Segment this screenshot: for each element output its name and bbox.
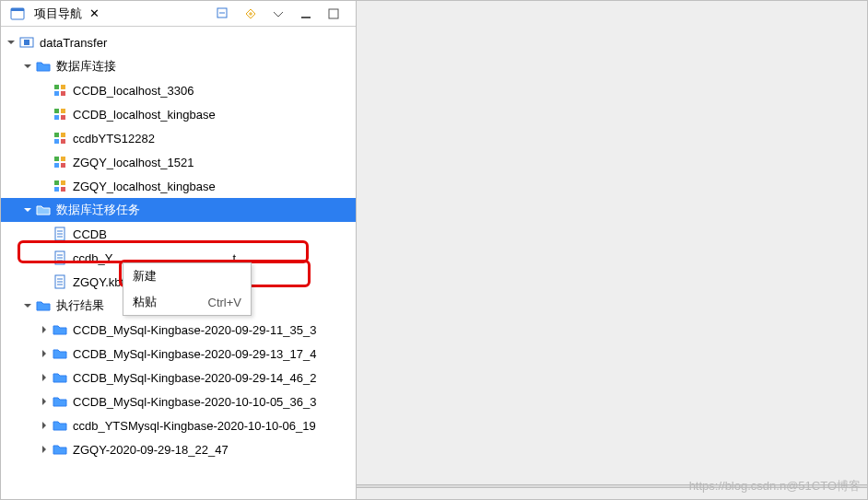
node-label: CCDB_MySql-Kingbase-2020-09-29-11_35_3: [73, 323, 317, 337]
file-icon: [53, 274, 67, 289]
db-conn-icon: [53, 155, 67, 169]
tree-node-task[interactable]: CCDB_: [1, 222, 356, 246]
file-icon: [53, 250, 67, 265]
chevron-right-icon[interactable]: [38, 347, 51, 360]
chevron-right-icon[interactable]: [38, 323, 51, 336]
folder-icon: [53, 346, 67, 361]
svg-rect-8: [54, 85, 59, 89]
svg-rect-10: [54, 91, 59, 96]
node-label: dataTransfer: [40, 36, 107, 50]
chevron-right-icon[interactable]: [38, 395, 51, 408]
chevron-right-icon[interactable]: [38, 371, 51, 384]
close-icon[interactable]: ✕: [89, 6, 100, 20]
node-label: CCDB_localhost_kingbase: [73, 108, 216, 122]
view-menu-icon[interactable]: [271, 6, 286, 21]
tree-node-task-folder[interactable]: 数据库迁移任务: [1, 198, 356, 222]
svg-rect-25: [61, 180, 65, 185]
db-conn-icon: [53, 107, 67, 122]
svg-rect-20: [54, 157, 59, 161]
svg-rect-26: [54, 187, 59, 192]
svg-rect-17: [61, 133, 65, 137]
node-label: ZGQY_localhost_kingbase: [73, 180, 216, 193]
svg-rect-4: [301, 17, 311, 18]
tab-title: 项目导航: [34, 6, 82, 22]
tree-node-root[interactable]: dataTransfer: [1, 30, 356, 54]
menu-item-paste[interactable]: 粘贴 Ctrl+V: [123, 289, 251, 315]
menu-shortcut: Ctrl+V: [208, 296, 241, 309]
node-label: ccdb_YTSMysql-Kingbase-2020-10-10-06_19: [73, 419, 316, 433]
folder-icon: [53, 394, 67, 409]
node-label: CCDB_MySql-Kingbase-2020-09-29-13_17_4: [73, 347, 317, 361]
tree-node-result[interactable]: CCDB_MySql-Kingbase-2020-09-29-14_46_2: [1, 366, 356, 390]
panel-divider[interactable]: [357, 484, 867, 488]
node-label: ZGQY.kbt: [73, 275, 124, 289]
chevron-down-icon[interactable]: [21, 60, 34, 73]
maximize-icon[interactable]: [326, 6, 341, 21]
db-conn-icon: [53, 131, 67, 145]
menu-label: 新建: [133, 268, 157, 285]
svg-rect-27: [61, 187, 65, 192]
project-navigator-panel: 项目导航 ✕ dataTransfer: [0, 0, 357, 500]
tree-node-connection[interactable]: ZGQY_localhost_1521: [1, 150, 356, 174]
folder-icon: [53, 442, 67, 457]
svg-rect-11: [61, 91, 65, 96]
svg-rect-1: [11, 8, 24, 11]
menu-item-new[interactable]: 新建: [123, 263, 251, 289]
node-label: CCDB_MySql-Kingbase-2020-09-29-14_46_2: [73, 371, 317, 385]
menu-label: 粘贴: [133, 294, 157, 310]
node-label: 数据库连接: [56, 58, 116, 75]
db-conn-icon: [53, 83, 67, 98]
editor-area: [357, 0, 868, 500]
node-label: CCDB_localhost_3306: [73, 84, 194, 98]
node-label: CCDB_: [73, 227, 113, 241]
context-menu: 新建 粘贴 Ctrl+V: [123, 262, 252, 316]
tree-node-connection[interactable]: ccdbYTS12282: [1, 126, 356, 150]
tree-node-result[interactable]: CCDB_MySql-Kingbase-2020-09-29-13_17_4: [1, 342, 356, 366]
chevron-down-icon[interactable]: [21, 203, 34, 216]
folder-icon: [53, 418, 67, 433]
svg-rect-14: [54, 115, 59, 120]
svg-rect-12: [54, 109, 59, 113]
node-label: ZGQY_localhost_1521: [73, 156, 194, 169]
tab-project-nav[interactable]: 项目导航 ✕: [5, 4, 105, 24]
svg-rect-16: [54, 133, 59, 137]
chevron-right-icon[interactable]: [38, 443, 51, 456]
project-tree[interactable]: dataTransfer 数据库连接 CCDB_localhost_3306 C…: [1, 27, 356, 499]
tree-node-connection[interactable]: CCDB_localhost_kingbase: [1, 102, 356, 126]
chevron-right-icon[interactable]: [38, 419, 51, 432]
tree-node-result[interactable]: CCDB_MySql-Kingbase-2020-10-10-05_36_3: [1, 390, 356, 413]
tab-header: 项目导航 ✕: [1, 1, 356, 27]
folder-icon: [36, 298, 51, 313]
svg-rect-23: [61, 163, 65, 168]
folder-icon: [36, 59, 51, 74]
node-label: ccdb_Y: [73, 251, 112, 265]
minimize-icon[interactable]: [299, 6, 313, 21]
svg-rect-21: [61, 157, 65, 161]
db-conn-icon: [53, 179, 67, 193]
node-label: ZGQY-2020-09-29-18_22_47: [73, 443, 229, 457]
svg-rect-13: [61, 109, 65, 113]
collapse-all-icon[interactable]: [216, 6, 230, 21]
svg-rect-15: [61, 115, 65, 120]
tree-node-connection[interactable]: CCDB_localhost_3306: [1, 78, 356, 102]
node-label: CCDB_MySql-Kingbase-2020-10-10-05_36_3: [73, 395, 317, 409]
svg-rect-18: [54, 139, 59, 144]
chevron-down-icon[interactable]: [21, 299, 34, 312]
tree-node-result[interactable]: CCDB_MySql-Kingbase-2020-09-29-11_35_3: [1, 318, 356, 342]
node-label: 数据库迁移任务: [56, 202, 140, 218]
folder-icon: [53, 322, 67, 337]
svg-rect-5: [329, 9, 338, 18]
folder-icon: [36, 203, 51, 217]
svg-rect-19: [61, 139, 65, 144]
tree-node-connection[interactable]: ZGQY_localhost_kingbase: [1, 174, 356, 198]
tree-node-conn-folder[interactable]: 数据库连接: [1, 54, 356, 78]
node-label: 执行结果: [56, 297, 104, 314]
chevron-down-icon[interactable]: [5, 36, 18, 49]
file-icon: [53, 227, 67, 241]
link-editor-icon[interactable]: [243, 6, 258, 21]
tree-node-result[interactable]: ccdb_YTSMysql-Kingbase-2020-10-10-06_19: [1, 413, 356, 437]
tree-node-result[interactable]: ZGQY-2020-09-29-18_22_47: [1, 437, 356, 461]
svg-rect-22: [54, 163, 59, 168]
svg-rect-9: [61, 85, 65, 89]
calendar-icon: [10, 6, 25, 21]
